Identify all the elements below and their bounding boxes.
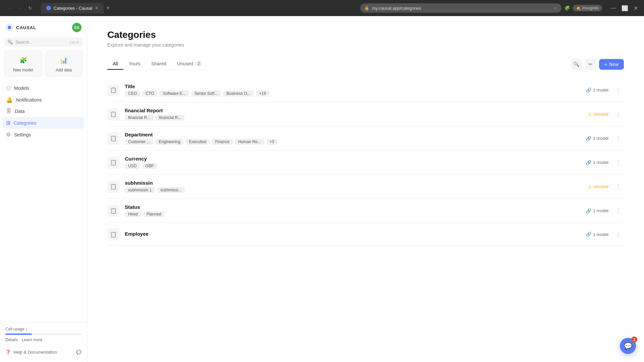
window-controls: ← → ↻: [4, 4, 34, 12]
search-placeholder-text: Search...: [15, 40, 66, 45]
filter-tabs: All Yours Shared Unused 2: [107, 58, 208, 70]
logo-icon: [5, 23, 13, 32]
tag: Customer ...: [125, 139, 153, 145]
model-icon: 🔗: [586, 87, 591, 93]
new-tab-button[interactable]: +: [106, 5, 110, 12]
more-options-button[interactable]: ⋮: [612, 134, 624, 143]
new-category-button[interactable]: + New: [599, 59, 624, 70]
category-name: Department: [125, 132, 580, 137]
address-bar[interactable]: 🔒 my.causal.app/categories ☆: [360, 3, 561, 13]
sidebar-item-notifications[interactable]: 🔔 Notifications: [3, 94, 84, 106]
category-icon: 📋: [107, 157, 119, 169]
category-info: Employee: [125, 231, 580, 238]
category-icon: 📋: [107, 228, 119, 240]
tag: subhmissi...: [157, 187, 185, 193]
sidebar-item-settings[interactable]: ⚙ Settings: [3, 129, 84, 140]
url-text: my.causal.app/categories: [372, 6, 421, 11]
add-data-card[interactable]: 📊 Add data: [45, 51, 83, 77]
filter-tab-all[interactable]: All: [107, 58, 123, 70]
usage-links: Details Learn more: [5, 338, 82, 342]
nav-arrows: ← →: [7, 4, 24, 12]
reload-button[interactable]: ↻: [26, 5, 34, 11]
sidebar-item-data[interactable]: 🗄 Data: [3, 106, 84, 117]
category-icon: 📋: [107, 84, 119, 96]
logo-text: CAUSAL: [16, 25, 36, 30]
new-btn-label: New: [609, 62, 619, 67]
maximize-button[interactable]: ⬜: [620, 4, 630, 12]
chat-icon: 💬: [624, 342, 632, 350]
category-icon: 📋: [107, 205, 119, 217]
toolbar: All Yours Shared Unused 2 🔍 ✂ + New: [107, 58, 624, 70]
more-options-button[interactable]: ⋮: [612, 158, 624, 167]
table-row: 📋 Status Hired Planned 🔗 1 model ⋮: [107, 199, 624, 223]
filter-tab-yours[interactable]: Yours: [123, 58, 146, 70]
learn-more-link[interactable]: Learn more: [22, 338, 42, 342]
tag: Hired: [125, 211, 141, 217]
filter-tab-unused[interactable]: Unused 2: [172, 58, 208, 70]
unused-badge: 2: [195, 61, 202, 66]
chat-fab[interactable]: 💬 1: [620, 338, 636, 354]
tag: Engineering: [155, 139, 183, 145]
category-name: subhmissin: [125, 180, 582, 186]
search-button[interactable]: 🔍: [571, 59, 582, 70]
search-bar[interactable]: 🔍 Search... Ctrl+K: [4, 38, 83, 47]
usage-bar: [5, 334, 82, 335]
page-subtitle: Explore and manage your categories: [107, 42, 624, 48]
filter-tab-shared[interactable]: Shared: [146, 58, 172, 70]
bookmark-icon[interactable]: ☆: [553, 6, 557, 11]
model-icon: 🔗: [586, 160, 591, 165]
sidebar-item-models[interactable]: ⬡ Models: [3, 82, 84, 94]
more-options-button[interactable]: ⋮: [612, 230, 624, 239]
category-list: 📋 Title CEO CTO Software E... Senior Sof…: [107, 78, 624, 246]
data-icon: 🗄: [6, 108, 11, 114]
help-documentation[interactable]: ❓ Help & Documentation 💬: [0, 346, 87, 358]
sidebar-item-categories[interactable]: ⊞ Categories: [3, 117, 84, 129]
active-tab[interactable]: Categories - Causal ✕: [41, 3, 104, 13]
table-row: 📋 Title CEO CTO Software E... Senior Sof…: [107, 78, 624, 102]
notifications-icon: 🔔: [6, 97, 13, 103]
chat-badge: 1: [631, 337, 637, 343]
tag: subhmissin 1: [125, 187, 155, 193]
tab-close-button[interactable]: ✕: [95, 6, 98, 10]
new-model-card[interactable]: 🧩 New model: [4, 51, 42, 77]
tag: +19: [256, 90, 269, 97]
cell-usage-label: Cell usage ℹ: [5, 327, 82, 331]
category-icon: 📋: [107, 181, 119, 193]
category-tags: Hired Planned: [125, 211, 580, 217]
category-meta: 🔗 1 model ⋮: [586, 158, 624, 167]
more-options-button[interactable]: ⋮: [612, 86, 624, 95]
table-row: 📋 subhmissin subhmissin 1 subhmissi... ⚠…: [107, 175, 624, 199]
table-row: 📋 Employee 🔗 1 model ⋮: [107, 223, 624, 246]
tab-favicon: [46, 6, 51, 10]
category-meta: 🔗 1 model ⋮: [586, 86, 624, 95]
category-meta: 🔗 1 model ⋮: [586, 134, 624, 143]
more-options-button[interactable]: ⋮: [612, 182, 624, 191]
back-button[interactable]: ←: [7, 4, 15, 12]
browser-actions: 🧩 🕵 Incognito: [564, 5, 602, 11]
close-button[interactable]: ✕: [632, 4, 640, 12]
tab-title: Categories - Causal: [54, 6, 92, 11]
model-count: 🔗 1 model: [586, 232, 608, 237]
quick-actions: 🧩 New model 📊 Add data: [0, 51, 87, 77]
help-icon: ❓: [5, 350, 11, 355]
tag: financial R...: [156, 115, 184, 121]
forward-button[interactable]: →: [16, 4, 24, 12]
more-options-button[interactable]: ⋮: [612, 206, 624, 215]
notifications-label: Notifications: [16, 97, 42, 103]
filter-button[interactable]: ✂: [585, 59, 596, 70]
tag: +3: [266, 139, 278, 145]
tag: Software E...: [159, 90, 189, 97]
category-name: financial Report: [125, 108, 582, 113]
usage-fill: [5, 334, 32, 335]
sidebar: CAUSAL ES 🔍 Search... Ctrl+K 🧩 New model…: [0, 16, 87, 362]
table-row: 📋 Department Customer ... Engineering Ex…: [107, 126, 624, 150]
logo-dot: [8, 26, 11, 29]
search-icon: 🔍: [7, 40, 13, 45]
user-avatar[interactable]: ES: [72, 23, 82, 32]
extensions-button[interactable]: 🧩: [564, 5, 570, 11]
more-options-button[interactable]: ⋮: [612, 110, 624, 119]
details-link[interactable]: Details: [5, 338, 18, 342]
search-shortcut: Ctrl+K: [69, 40, 79, 44]
category-icon: 📋: [107, 108, 119, 120]
minimize-button[interactable]: —: [609, 4, 618, 12]
